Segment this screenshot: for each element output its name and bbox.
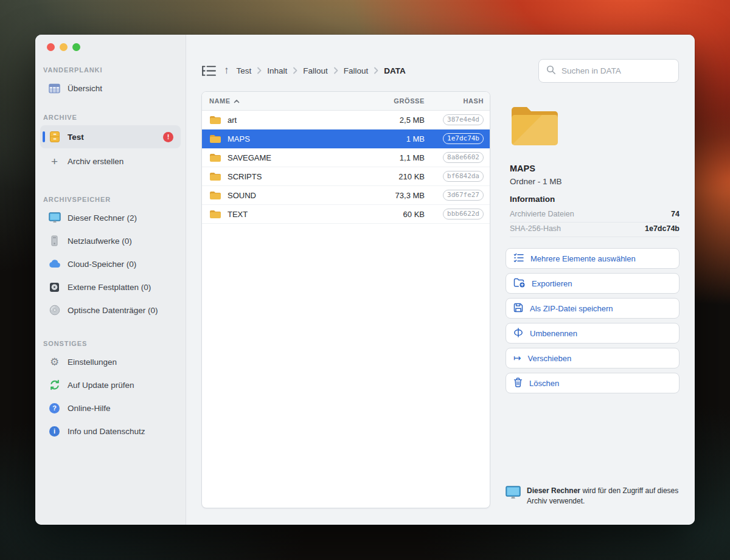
column-header-name[interactable]: NAME	[209, 97, 372, 105]
app-window: VANDERPLANKI Übersicht ARCHIVE Test ! + …	[35, 35, 695, 525]
section-label-archivspeicher: ARCHIVSPEICHER	[43, 196, 186, 203]
sidebar-item-label: Cloud-Speicher (0)	[68, 260, 136, 269]
gear-icon: ⚙	[48, 356, 61, 368]
table-row[interactable]: TEXT 60 KB bbb6622d	[202, 205, 490, 224]
table-header: NAME GRÖSSE HASH	[202, 92, 490, 111]
file-name: art	[228, 116, 237, 125]
sidebar-item-einstellungen[interactable]: ⚙ Einstellungen	[40, 351, 181, 372]
sidebar-item-label: Info und Datenschutz	[68, 427, 145, 436]
sidebar-item-netzlaufwerke[interactable]: Netzlaufwerke (0)	[40, 230, 181, 251]
table-row[interactable]: SOUND 73,3 MB 3d67fe27	[202, 186, 490, 205]
file-name: SCRIPTS	[228, 172, 262, 181]
breadcrumb-separator-icon	[293, 67, 297, 74]
move-icon: ↦	[513, 353, 521, 363]
folder-icon	[209, 190, 221, 200]
section-label-sonstiges: SONSTIGES	[43, 340, 186, 347]
folder-icon	[209, 134, 221, 143]
export-button[interactable]: Exportieren	[506, 273, 680, 294]
sidebar-item-cloud-speicher[interactable]: Cloud-Speicher (0)	[40, 254, 181, 274]
breadcrumb: ↑ Test Inhalt Fallout Fallout DATA	[201, 59, 493, 82]
selection-accent-bar	[43, 131, 45, 142]
breadcrumb-item[interactable]: Inhalt	[267, 66, 287, 75]
minimize-button[interactable]	[60, 43, 68, 51]
sidebar-item-dieser-rechner[interactable]: Dieser Rechner (2)	[40, 207, 181, 228]
sidebar-item-uebersicht[interactable]: Übersicht	[40, 78, 181, 99]
search-icon	[546, 65, 556, 77]
move-button[interactable]: ↦ Verschieben	[506, 348, 680, 368]
delete-button[interactable]: Löschen	[506, 373, 680, 393]
sidebar-item-label: Auf Update prüfen	[68, 381, 134, 390]
breadcrumb-item-current: DATA	[384, 66, 406, 75]
breadcrumb-trail: Test Inhalt Fallout Fallout DATA	[237, 66, 406, 75]
search-input[interactable]	[561, 66, 671, 75]
desktop: { "window": { "traffic_lights": { "close…	[0, 0, 730, 560]
sidebar-item-test[interactable]: Test !	[40, 125, 181, 148]
select-multiple-button[interactable]: Mehrere Elemente auswählen	[506, 248, 680, 269]
breadcrumb-separator-icon	[374, 67, 378, 74]
checklist-icon	[513, 253, 524, 264]
file-size: 73,3 MB	[372, 191, 425, 200]
breadcrumb-item[interactable]: Fallout	[303, 66, 328, 75]
folder-export-icon	[513, 278, 525, 289]
file-hash: bbb6622d	[443, 209, 484, 220]
detail-subtitle: Ordner - 1 MB	[510, 177, 562, 186]
folder-icon	[209, 115, 221, 125]
sidebar-item-auf-update-pruefen[interactable]: Auf Update prüfen	[40, 375, 181, 395]
button-label: Exportieren	[532, 279, 572, 288]
selected-folder-icon	[509, 103, 560, 150]
access-note-text: Dieser Rechner wird für den Zugriff auf …	[527, 486, 683, 506]
file-size: 1,1 MB	[372, 153, 425, 162]
zoom-button[interactable]	[72, 43, 80, 51]
close-button[interactable]	[47, 43, 55, 51]
sidebar-item-online-hilfe[interactable]: ? Online-Hilfe	[40, 398, 181, 418]
button-label: Mehrere Elemente auswählen	[530, 254, 636, 263]
sidebar-item-externe-festplatten[interactable]: Externe Festplatten (0)	[40, 277, 181, 297]
access-note: Dieser Rechner wird für den Zugriff auf …	[506, 486, 683, 506]
folder-icon	[209, 209, 221, 219]
monitor-icon	[506, 486, 521, 502]
info-value: 74	[671, 210, 680, 218]
sidebar-item-archiv-erstellen[interactable]: + Archiv erstellen	[40, 151, 181, 171]
breadcrumb-item[interactable]: Test	[237, 66, 252, 75]
table-row[interactable]: SAVEGAME 1,1 MB 8a8e6602	[202, 148, 490, 167]
sidebar-item-label: Externe Festplatten (0)	[68, 283, 151, 292]
file-size: 1 MB	[372, 134, 425, 143]
traffic-lights	[47, 43, 186, 51]
button-label: Löschen	[529, 379, 559, 388]
file-name: TEXT	[228, 210, 248, 219]
access-note-bold: Dieser Rechner	[527, 486, 580, 495]
sort-ascending-icon	[234, 99, 240, 103]
tree-view-icon[interactable]	[201, 65, 217, 77]
column-header-hash[interactable]: HASH	[425, 97, 484, 105]
info-row-archivierte-dateien: Archivierte Dateien 74	[510, 210, 680, 223]
table-row[interactable]: SCRIPTS 210 KB bf6842da	[202, 167, 490, 186]
sidebar-item-label: Übersicht	[68, 84, 102, 93]
file-hash: bf6842da	[443, 171, 484, 182]
main-content: ↑ Test Inhalt Fallout Fallout DATA	[186, 35, 695, 525]
rename-button[interactable]: Umbenennen	[506, 323, 680, 344]
sidebar-item-label: Test	[68, 133, 84, 142]
file-name: SAVEGAME	[228, 153, 271, 162]
sidebar-item-info-und-datenschutz[interactable]: i Info und Datenschutz	[40, 421, 181, 441]
optical-disc-icon	[48, 304, 61, 317]
button-label: Als ZIP-Datei speichern	[530, 304, 613, 313]
sidebar-item-label: Dieser Rechner (2)	[68, 213, 137, 223]
table-row[interactable]: art 2,5 MB 387e4e4d	[202, 111, 490, 130]
file-size: 210 KB	[372, 172, 425, 181]
info-label: Archivierte Dateien	[510, 210, 574, 218]
column-header-groesse[interactable]: GRÖSSE	[372, 97, 425, 105]
harddisk-icon	[48, 281, 61, 294]
file-name: SOUND	[228, 191, 256, 200]
button-label: Umbenennen	[530, 329, 577, 338]
go-up-icon[interactable]: ↑	[224, 64, 229, 77]
error-badge: !	[163, 132, 173, 142]
cloud-icon	[48, 258, 61, 271]
search-field[interactable]	[538, 59, 679, 83]
breadcrumb-item[interactable]: Fallout	[344, 66, 369, 75]
file-hash: 1e7dc74b	[443, 133, 484, 144]
sidebar-item-optische-datentraeger[interactable]: Optische Datenträger (0)	[40, 300, 181, 320]
file-size: 60 KB	[372, 210, 425, 219]
save-as-zip-button[interactable]: Als ZIP-Datei speichern	[506, 298, 680, 319]
table-row-selected[interactable]: MAPS 1 MB 1e7dc74b	[202, 130, 490, 148]
folder-icon	[209, 153, 221, 162]
